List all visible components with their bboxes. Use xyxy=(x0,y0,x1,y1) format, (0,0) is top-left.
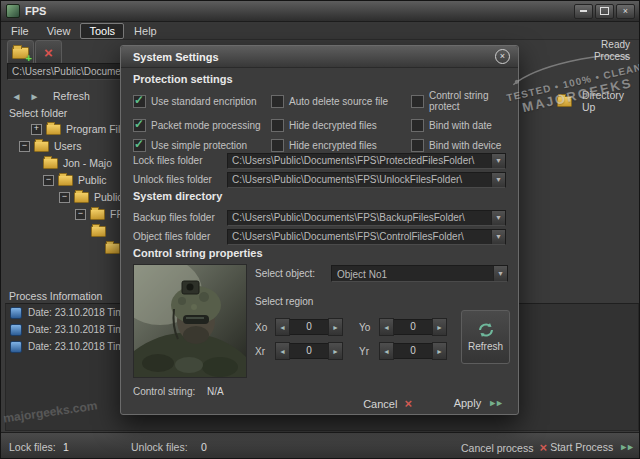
cancel-button[interactable]: Cancel × xyxy=(363,397,412,410)
soldier-image-svg xyxy=(134,265,246,377)
window-controls: × xyxy=(574,4,639,19)
spinner-left-icon[interactable]: ◄ xyxy=(379,318,394,336)
object-files-folder-input[interactable] xyxy=(227,229,506,245)
dialog-close-button[interactable]: × xyxy=(495,49,510,64)
close-button[interactable]: × xyxy=(616,4,635,19)
yr-value[interactable]: 0 xyxy=(394,343,432,359)
spinner-right-icon[interactable]: ► xyxy=(328,342,343,360)
checkbox-label: Packet mode processing xyxy=(151,120,261,131)
checkbox-box xyxy=(411,95,424,108)
folder-icon xyxy=(58,175,73,186)
checkbox-bind-with-device[interactable]: Bind with device xyxy=(411,139,515,152)
refresh-link[interactable]: Refresh xyxy=(53,90,90,102)
chevron-down-icon[interactable]: ▼ xyxy=(491,154,505,168)
system-settings-dialog: System Settings × Protection settings Us… xyxy=(120,45,519,415)
spinner-left-icon[interactable]: ◄ xyxy=(379,342,394,360)
lock-files-folder-input[interactable] xyxy=(227,153,506,169)
checkbox-box xyxy=(133,139,146,152)
backup-files-folder-input[interactable] xyxy=(227,210,506,226)
start-process-label: Start Process xyxy=(550,441,613,453)
checkbox-auto-delete-source-file[interactable]: Auto delete source file xyxy=(271,90,411,112)
checkbox-box xyxy=(411,119,424,132)
tree-item-jon[interactable]: Jon - Majo xyxy=(1,155,112,171)
lock-files-folder-field: ▼ xyxy=(227,153,506,169)
start-arrows-icon: ►► xyxy=(619,442,633,452)
directory-up-button[interactable]: Directory Up xyxy=(557,89,639,113)
statusbar: Lock files: 1 Unlock files: 0 Cancel pro… xyxy=(1,432,639,459)
folder-icon xyxy=(34,141,49,152)
process-information-label: Process Information xyxy=(9,290,102,302)
yr-spinner: ◄ 0 ► xyxy=(379,343,447,359)
spinner-left-icon[interactable]: ◄ xyxy=(275,342,290,360)
apply-arrows-icon: ►► xyxy=(488,398,502,408)
checkbox-control-string-protect[interactable]: Control string protect xyxy=(411,90,515,112)
nav-back-button[interactable]: ◄ xyxy=(7,87,26,105)
checkbox-packet-mode-processing[interactable]: Packet mode processing xyxy=(133,119,271,132)
checkbox-bind-with-date[interactable]: Bind with date xyxy=(411,119,515,132)
window-title: FPS xyxy=(25,5,46,17)
nav-forward-button[interactable]: ► xyxy=(25,87,44,105)
maximize-button[interactable] xyxy=(595,4,614,19)
spinner-right-icon[interactable]: ► xyxy=(328,318,343,336)
checkbox-label: Use standard encription xyxy=(151,96,257,107)
start-process-button[interactable]: Start Process ►► xyxy=(550,441,633,453)
yo-value[interactable]: 0 xyxy=(394,319,432,335)
xo-spinner: ◄ 0 ► xyxy=(275,319,343,335)
delete-x-icon: × xyxy=(44,45,53,60)
checkbox-use-simple-protection[interactable]: Use simple protection xyxy=(133,139,271,152)
select-folder-label: Select folder xyxy=(9,107,67,119)
tree-expander-icon[interactable]: − xyxy=(59,192,70,203)
apply-button[interactable]: Apply ►► xyxy=(454,397,502,409)
unlock-files-folder-input[interactable] xyxy=(227,172,506,188)
checkbox-use-standard-encription[interactable]: Use standard encription xyxy=(133,90,271,112)
menu-help[interactable]: Help xyxy=(126,24,165,38)
titlebar: FPS × xyxy=(1,1,639,22)
spinner-right-icon[interactable]: ► xyxy=(432,318,447,336)
menu-view[interactable]: View xyxy=(39,24,79,38)
soldier-preview-image xyxy=(133,264,247,378)
checkbox-hide-encrypted-files[interactable]: Hide encrypted files xyxy=(271,139,411,152)
lock-files-count: 1 xyxy=(63,441,69,453)
chevron-down-icon[interactable]: ▼ xyxy=(493,266,507,281)
xo-value[interactable]: 0 xyxy=(290,319,328,335)
lock-files-label: Lock files: xyxy=(9,441,56,453)
cancel-process-button[interactable]: Cancel process × xyxy=(461,441,547,454)
menu-tools[interactable]: Tools xyxy=(80,23,124,39)
chevron-down-icon[interactable]: ▼ xyxy=(491,173,505,187)
xr-value[interactable]: 0 xyxy=(290,343,328,359)
lock-files-folder-row: Lock files folder ▼ xyxy=(133,152,506,169)
tree-expander-icon[interactable]: − xyxy=(43,175,54,186)
tree-item-label: Public xyxy=(94,191,123,203)
tree-expander-icon[interactable]: − xyxy=(19,141,30,152)
minimize-button[interactable] xyxy=(574,4,593,19)
spinner-right-icon[interactable]: ► xyxy=(432,342,447,360)
checkbox-hide-decrypted-files[interactable]: Hide decrypted files xyxy=(271,119,411,132)
checkbox-label: Auto delete source file xyxy=(289,96,388,107)
select-object-dropdown[interactable]: Object No1 ▼ xyxy=(331,265,508,282)
tree-item-fp[interactable]: − FP xyxy=(1,206,123,222)
object-files-folder-label: Object files folder xyxy=(133,231,227,242)
tree-item-users[interactable]: − Users xyxy=(1,138,81,154)
add-folder-button[interactable]: + xyxy=(7,40,34,65)
tree-expander-icon[interactable]: − xyxy=(75,209,86,220)
region-refresh-button[interactable]: Refresh xyxy=(461,310,510,364)
chevron-down-icon[interactable]: ▼ xyxy=(491,211,505,225)
tree-item-public[interactable]: − Public xyxy=(1,172,107,188)
dialog-titlebar: System Settings × xyxy=(121,46,518,68)
folder-icon xyxy=(91,226,106,237)
unlock-files-folder-row: Unlock files folder ▼ xyxy=(133,171,506,188)
tree-expander-icon[interactable]: + xyxy=(31,124,42,135)
tree-item-public-2[interactable]: − Public xyxy=(1,189,123,205)
menu-file[interactable]: File xyxy=(3,24,37,38)
spinner-left-icon[interactable]: ◄ xyxy=(275,318,290,336)
tree-item[interactable] xyxy=(1,240,125,256)
tree-item[interactable] xyxy=(1,223,111,239)
chevron-down-icon[interactable]: ▼ xyxy=(491,230,505,244)
backup-files-folder-field: ▼ xyxy=(227,210,506,226)
folder-icon xyxy=(105,243,120,254)
xo-label: Xo xyxy=(255,322,267,333)
remove-button[interactable]: × xyxy=(35,40,62,65)
log-entry-icon xyxy=(10,307,22,319)
folder-icon xyxy=(90,209,105,220)
tree-item-program-files[interactable]: + Program Files xyxy=(1,121,131,137)
